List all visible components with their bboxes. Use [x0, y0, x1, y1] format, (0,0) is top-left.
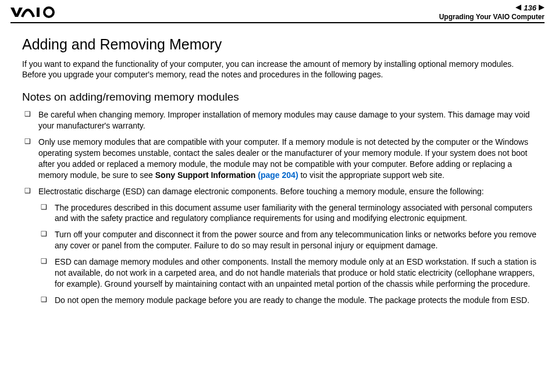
section-subtitle: Notes on adding/removing memory modules: [22, 91, 538, 104]
page-title: Adding and Removing Memory: [22, 36, 538, 53]
sub-notes-list: The procedures described in this documen…: [38, 202, 538, 306]
page-content: Adding and Removing Memory If you want t…: [0, 23, 555, 306]
list-item: Electrostatic discharge (ESD) can damage…: [22, 186, 538, 306]
intro-paragraph: If you want to expand the functionality …: [22, 59, 538, 81]
note-text-post: to visit the appropriate support web sit…: [298, 170, 444, 180]
list-item: Do not open the memory module package be…: [38, 295, 538, 306]
page-nav: 136: [439, 3, 545, 13]
prev-page-icon[interactable]: [515, 5, 521, 10]
page-number: 136: [524, 3, 536, 13]
vaio-logo: [10, 6, 63, 18]
page-header: 136 Upgrading Your VAIO Computer: [0, 0, 555, 22]
svg-rect-0: [37, 8, 40, 17]
list-item: Only use memory modules that are compati…: [22, 137, 538, 181]
note-bold: Sony Support Information: [155, 170, 258, 180]
list-item: Be careful when changing memory. Imprope…: [22, 109, 538, 131]
list-item: The procedures described in this documen…: [38, 202, 538, 224]
note-text: Electrostatic discharge (ESD) can damage…: [38, 187, 484, 196]
notes-list: Be careful when changing memory. Imprope…: [22, 109, 538, 305]
support-link[interactable]: (page 204): [258, 170, 298, 180]
section-label: Upgrading Your VAIO Computer: [439, 13, 545, 21]
list-item: Turn off your computer and disconnect it…: [38, 229, 538, 251]
svg-point-1: [44, 8, 54, 17]
next-page-icon[interactable]: [539, 5, 545, 10]
list-item: ESD can damage memory modules and other …: [38, 256, 538, 290]
header-meta: 136 Upgrading Your VAIO Computer: [439, 3, 545, 22]
